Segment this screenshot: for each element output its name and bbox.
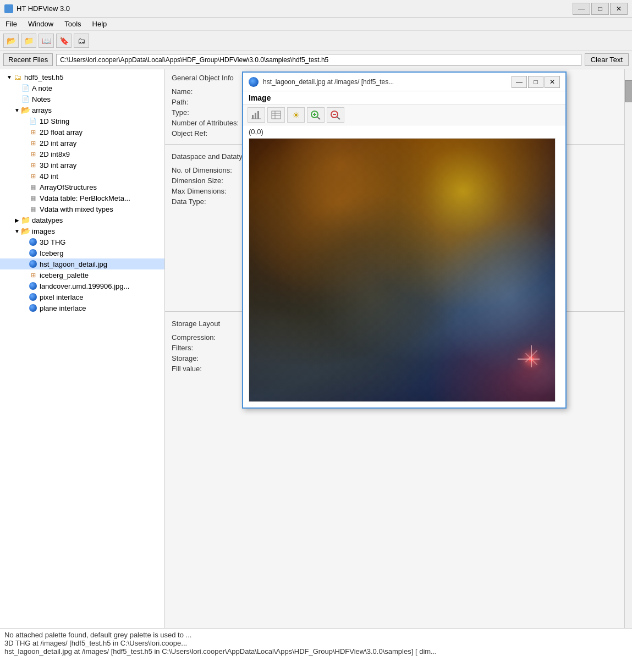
3dthg-label: 3D THG: [40, 238, 65, 246]
3dthg-icon: [29, 238, 37, 246]
images-toggle[interactable]: ▼: [13, 227, 21, 235]
plane-interlace-label: plane interlace: [40, 304, 86, 312]
arrays-folder-icon: 📂: [21, 106, 30, 114]
svg-rect-4: [272, 111, 281, 119]
image-viewer-titlebar: hst_lagoon_detail.jpg at /images/ [hdf5_…: [243, 73, 565, 91]
tree-item-2dint8x9[interactable]: ▶ ⊞ 2D int8x9: [0, 148, 164, 159]
tree-item-images[interactable]: ▼ 📂 images: [0, 225, 164, 236]
zoom-in-button[interactable]: [307, 107, 325, 123]
image-viewer-title: hst_lagoon_detail.jpg at /images/ [hdf5_…: [263, 78, 394, 86]
tree-item-arrayofstructures[interactable]: ▶ ▦ ArrayOfStructures: [0, 181, 164, 192]
datatypes-label: datatypes: [32, 216, 63, 224]
images-label: images: [32, 227, 55, 235]
scroll-thumb[interactable]: [625, 80, 632, 102]
tree-item-3dint[interactable]: ▶ ⊞ 3D int array: [0, 159, 164, 170]
image-container: [243, 138, 565, 407]
open-button[interactable]: 📂: [3, 34, 19, 48]
iceberg-label: Iceberg: [40, 249, 63, 257]
menu-tools[interactable]: Tools: [62, 19, 83, 29]
tree-item-iceberg[interactable]: ▶ Iceberg: [0, 247, 164, 258]
2dint8x9-icon: ⊞: [29, 150, 37, 158]
app-icon: [4, 4, 13, 13]
tree-item-vdatatable[interactable]: ▶ ▦ Vdata table: PerBlockMeta...: [0, 192, 164, 203]
tree-item-2dint[interactable]: ▶ ⊞ 2D int array: [0, 137, 164, 148]
vdatatable-icon: ▦: [29, 194, 37, 202]
chart-button[interactable]: [248, 107, 265, 123]
right-scrollbar[interactable]: [624, 69, 632, 628]
menu-window[interactable]: Window: [26, 19, 56, 29]
datatypes-toggle[interactable]: ▶: [13, 216, 21, 224]
tree-item-arrays[interactable]: ▼ 📂 arrays: [0, 104, 164, 115]
tree-root[interactable]: ▼ 🗂 hdf5_test.h5: [0, 71, 164, 82]
3dint-icon: ⊞: [29, 161, 37, 169]
star-burst: [526, 354, 537, 365]
root-folder-icon: 🗂: [13, 73, 22, 81]
anote-icon: 📄: [21, 84, 30, 92]
tree-item-notes[interactable]: ▶ 📄 Notes: [0, 93, 164, 104]
tree-item-hst-lagoon[interactable]: ▶ hst_lagoon_detail.jpg: [0, 258, 164, 269]
images-folder-icon: 📂: [21, 227, 30, 235]
vdatamixed-label: Vdata with mixed types: [40, 205, 113, 213]
clear-text-button[interactable]: Clear Text: [585, 53, 629, 66]
nav1-button[interactable]: 🔖: [56, 34, 72, 48]
table-icon: [271, 111, 281, 119]
2dint8x9-label: 2D int8x9: [40, 150, 70, 158]
tree-item-4dint[interactable]: ▶ ⊞ 4D int: [0, 170, 164, 181]
svg-line-14: [337, 117, 340, 119]
pixel-interlace-label: pixel interlace: [40, 293, 84, 301]
vdatamixed-icon: ▦: [29, 205, 37, 213]
datatypes-folder-icon: 📁: [21, 216, 30, 224]
vdatatable-label: Vdata table: PerBlockMeta...: [40, 194, 130, 202]
bookmark-button[interactable]: 📖: [39, 34, 54, 48]
image-viewer-controls: — □ ✕: [512, 76, 560, 88]
maximize-button[interactable]: □: [591, 3, 609, 15]
notes-icon: 📄: [21, 95, 30, 103]
4dint-label: 4D int: [40, 172, 58, 180]
1dstring-label: 1D String: [40, 117, 69, 125]
root-label: hdf5_test.h5: [24, 73, 64, 81]
table-button[interactable]: [267, 107, 285, 123]
tree-item-1dstring[interactable]: ▶ 📄 1D String: [0, 115, 164, 126]
brightness-button[interactable]: ☀: [287, 107, 305, 123]
status-line-1: No attached palette found, default grey …: [4, 631, 628, 639]
2dfloat-label: 2D float array: [40, 128, 83, 136]
iv-minimize-button[interactable]: —: [512, 76, 527, 88]
zoom-out-button[interactable]: [327, 107, 344, 123]
tree-item-iceberg-palette[interactable]: ▶ ⊞ iceberg_palette: [0, 269, 164, 280]
image-menu-label[interactable]: Image: [243, 91, 565, 105]
tree-item-plane-interlace[interactable]: ▶ plane interlace: [0, 302, 164, 313]
svg-rect-2: [257, 111, 259, 119]
nav2-button[interactable]: 🗂: [74, 34, 89, 48]
image-viewer-globe-icon: [249, 77, 259, 87]
path-input[interactable]: [56, 54, 581, 66]
main-toolbar: 📂 📁 📖 🔖 🗂: [0, 31, 632, 51]
status-line-2: 3D THG at /images/ [hdf5_test.h5 in C:\U…: [4, 639, 628, 647]
tree-item-datatypes[interactable]: ▶ 📁 datatypes: [0, 214, 164, 225]
tree-item-vdatamixed[interactable]: ▶ ▦ Vdata with mixed types: [0, 203, 164, 214]
anote-label: A note: [32, 84, 52, 92]
2dint-label: 2D int array: [40, 139, 76, 147]
titlebar: HT HDFView 3.0 — □ ✕: [0, 0, 632, 18]
tree-item-3dthg[interactable]: ▶ 3D THG: [0, 236, 164, 247]
arrayofstructures-label: ArrayOfStructures: [40, 183, 97, 191]
minimize-button[interactable]: —: [573, 3, 590, 15]
arrays-label: arrays: [32, 106, 52, 114]
landcover-icon: [29, 282, 37, 290]
tree-item-2dfloat[interactable]: ▶ ⊞ 2D float array: [0, 126, 164, 137]
tree-item-landcover[interactable]: ▶ landcover.umd.199906.jpg...: [0, 280, 164, 291]
hst-lagoon-label: hst_lagoon_detail.jpg: [40, 260, 107, 268]
close-button[interactable]: ✕: [610, 3, 628, 15]
recent-files-button[interactable]: Recent Files: [3, 53, 53, 66]
menu-file[interactable]: File: [3, 19, 19, 29]
tree-item-pixel-interlace[interactable]: ▶ pixel interlace: [0, 291, 164, 302]
newfolder-button[interactable]: 📁: [21, 34, 36, 48]
iv-close-button[interactable]: ✕: [545, 76, 560, 88]
root-toggle[interactable]: ▼: [6, 73, 13, 81]
iv-maximize-button[interactable]: □: [528, 76, 543, 88]
4dint-icon: ⊞: [29, 172, 37, 180]
tree-item-anote[interactable]: ▶ 📄 A note: [0, 82, 164, 93]
notes-label: Notes: [32, 95, 51, 103]
svg-rect-0: [252, 115, 254, 119]
arrays-toggle[interactable]: ▼: [13, 106, 21, 114]
menu-help[interactable]: Help: [90, 19, 109, 29]
